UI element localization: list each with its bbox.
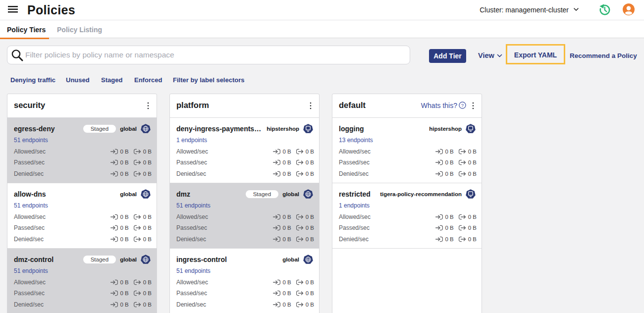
svg-text:?: ? (461, 103, 464, 108)
